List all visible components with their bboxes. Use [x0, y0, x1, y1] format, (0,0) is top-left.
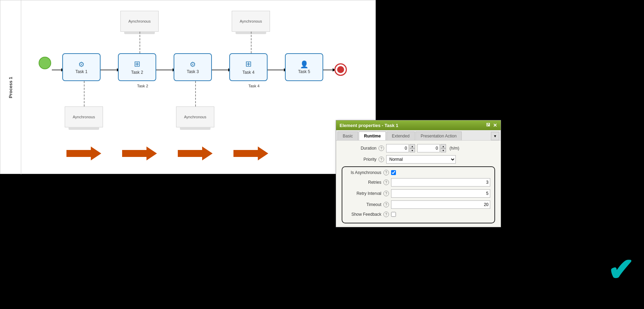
async-label-top1: Aynchronous	[128, 19, 151, 23]
process-label-text: Process 1	[8, 77, 13, 98]
panel-body: Duration ? ▲ ▼ ▲ ▼ (h/m) Priority ?	[336, 141, 501, 227]
duration-m-down[interactable]: ▼	[440, 148, 446, 152]
retries-label: Retries	[347, 180, 381, 185]
task-box-4[interactable]: ⊞ Task 4	[229, 53, 268, 81]
retries-input[interactable]	[391, 178, 490, 187]
start-event[interactable]	[39, 57, 51, 69]
orange-arrow-4	[233, 146, 268, 160]
svg-marker-3	[233, 146, 268, 160]
task1-icon: ⚙	[78, 60, 85, 69]
dotted-bot1	[84, 81, 85, 106]
panel-tabs: Basic Runtime Extended Presentation Acti…	[336, 130, 501, 141]
tab-presentation-action[interactable]: Presentation Action	[415, 132, 462, 140]
task4-label: Task 4	[243, 70, 255, 75]
retry-interval-row: Retry Interval ?	[347, 189, 490, 198]
duration-h-spinbtns: ▲ ▼	[410, 144, 415, 152]
connector-start-task1: ▶	[52, 70, 62, 70]
task1-label: Task 1	[75, 69, 88, 74]
checkmark-icon: ✔	[607, 252, 634, 288]
show-feedback-row: Show Feedback ?	[347, 212, 490, 217]
timeout-input[interactable]	[391, 200, 490, 209]
task4-sublabel: Task 4	[248, 84, 260, 88]
async-box-bot2: Aynchronous	[176, 106, 214, 127]
duration-help[interactable]: ?	[379, 145, 384, 151]
task-box-1[interactable]: ⚙ Task 1	[62, 53, 101, 81]
async-section: Is Asynchronous ? Retries ? Retry Interv…	[342, 166, 495, 223]
task-box-5[interactable]: 👤 Task 5	[285, 53, 323, 81]
retry-interval-help[interactable]: ?	[383, 191, 389, 196]
async-box-bot1: Aynchronous	[65, 106, 103, 127]
diagram-area: ▶ ⚙ Task 1 ▶ ⊞ Task 2 Task 2 ▶ ⚙ Task 3 …	[21, 0, 376, 174]
priority-select[interactable]: Normal High Low	[386, 155, 456, 164]
retries-row: Retries ?	[347, 178, 490, 187]
retries-help[interactable]: ?	[383, 180, 389, 185]
show-feedback-help[interactable]: ?	[383, 212, 389, 217]
task2-sublabel: Task 2	[137, 84, 148, 88]
timeout-label: Timeout	[347, 202, 381, 207]
show-feedback-label: Show Feedback	[347, 212, 381, 217]
tab-extended[interactable]: Extended	[387, 132, 415, 140]
task3-label: Task 3	[187, 69, 199, 74]
connector-5-end: ▶	[323, 70, 334, 70]
dotted-top2	[251, 32, 252, 53]
retry-interval-input[interactable]	[391, 189, 490, 198]
orange-arrow-3	[178, 146, 213, 160]
duration-m-input[interactable]	[417, 144, 440, 152]
duration-h-input[interactable]	[386, 144, 409, 152]
task3-icon: ⚙	[190, 60, 196, 69]
process-label-bar: Process 1	[0, 0, 21, 174]
is-async-help[interactable]: ?	[383, 170, 389, 175]
tab-dropdown[interactable]: ▾	[491, 132, 499, 140]
tab-basic[interactable]: Basic	[337, 132, 358, 140]
retry-interval-label: Retry Interval	[347, 191, 381, 196]
priority-label: Priority	[342, 157, 376, 162]
priority-help[interactable]: ?	[379, 157, 384, 162]
dotted-bot2	[195, 81, 196, 106]
end-event[interactable]	[334, 63, 347, 76]
duration-m-spinner: ▲ ▼	[417, 144, 446, 152]
duration-h-down[interactable]: ▼	[410, 148, 415, 152]
task5-icon: 👤	[300, 60, 309, 69]
async-label-top2: Aynchronous	[240, 19, 262, 23]
dotted-top1	[140, 32, 140, 53]
properties-panel: Element properties - Task 1 🖫 ✕ Basic Ru…	[336, 120, 501, 227]
orange-arrow-1	[66, 146, 101, 160]
task-box-2[interactable]: ⊞ Task 2	[118, 53, 156, 81]
task-box-3[interactable]: ⚙ Task 3	[174, 53, 212, 81]
is-async-checkbox[interactable]	[391, 170, 396, 175]
duration-m-spinbtns: ▲ ▼	[440, 144, 446, 152]
orange-arrow-2	[122, 146, 157, 160]
task4-icon: ⊞	[245, 60, 252, 69]
async-box-top2: Aynchronous	[232, 11, 270, 32]
panel-title: Element properties - Task 1	[340, 123, 398, 128]
connector-4-5: ▶	[268, 70, 285, 70]
duration-unit: (h/m)	[450, 146, 459, 151]
tab-runtime[interactable]: Runtime	[359, 132, 386, 140]
svg-marker-1	[122, 146, 157, 160]
panel-titlebar: Element properties - Task 1 🖫 ✕	[336, 120, 501, 130]
timeout-help[interactable]: ?	[383, 202, 389, 207]
async-label-bot2: Aynchronous	[184, 115, 206, 119]
duration-h-spinner: ▲ ▼	[386, 144, 415, 152]
svg-marker-0	[66, 146, 101, 160]
duration-m-up[interactable]: ▲	[440, 144, 446, 148]
duration-h-up[interactable]: ▲	[410, 144, 415, 148]
duration-label: Duration	[342, 146, 376, 151]
async-box-top1: Aynchronous	[120, 11, 159, 32]
timeout-row: Timeout ?	[347, 200, 490, 209]
connector-1-2: ▶	[101, 70, 118, 70]
connector-2-3: ▶	[156, 70, 174, 70]
priority-row: Priority ? Normal High Low	[342, 155, 495, 164]
pin-icon[interactable]: 🖫	[486, 122, 490, 128]
close-icon[interactable]: ✕	[493, 122, 497, 128]
duration-row: Duration ? ▲ ▼ ▲ ▼ (h/m)	[342, 144, 495, 152]
is-async-row: Is Asynchronous ?	[347, 170, 490, 175]
async-label-bot1: Aynchronous	[73, 115, 95, 119]
titlebar-icons: 🖫 ✕	[486, 122, 497, 128]
task2-icon: ⊞	[134, 60, 140, 69]
show-feedback-checkbox[interactable]	[391, 212, 396, 217]
task5-label: Task 5	[298, 69, 310, 74]
process-canvas: Process 1 ▶ ⚙ Task 1 ▶ ⊞ Task 2 Task 2 ▶	[0, 0, 376, 174]
task2-label: Task 2	[131, 70, 143, 75]
orange-arrows-row	[66, 146, 268, 160]
